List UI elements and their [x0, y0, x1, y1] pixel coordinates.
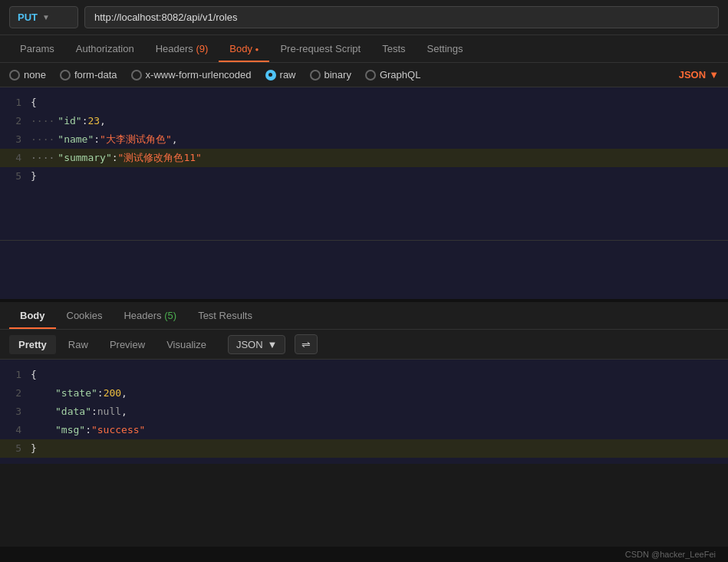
- response-tab-cookies[interactable]: Cookies: [56, 302, 114, 329]
- response-tab-headers[interactable]: Headers (5): [113, 302, 187, 329]
- response-line-3: 3 "data": null,: [0, 403, 728, 421]
- tab-pre-request-script[interactable]: Pre-request Script: [269, 35, 371, 62]
- radio-raw[interactable]: raw: [265, 69, 296, 81]
- tab-headers[interactable]: Headers (9): [145, 35, 219, 62]
- response-tab-body[interactable]: Body: [9, 302, 56, 329]
- response-tab-test-results[interactable]: Test Results: [187, 302, 263, 329]
- word-wrap-button[interactable]: ⇌: [295, 334, 318, 354]
- radio-none-circle: [9, 70, 20, 81]
- code-line-3: 3 ···· "name": "大李测试角色",: [0, 130, 728, 149]
- response-line-5: 5 }: [0, 439, 728, 458]
- format-tab-visualize[interactable]: Visualize: [157, 335, 216, 354]
- code-line-5: 5 }: [0, 167, 728, 186]
- radio-graphql[interactable]: GraphQL: [365, 69, 420, 81]
- radio-form-data-circle: [60, 70, 71, 81]
- radio-form-data[interactable]: form-data: [60, 69, 117, 81]
- request-tabs: Params Authorization Headers (9) Body ● …: [0, 35, 728, 63]
- response-line-1: 1 {: [0, 366, 728, 384]
- footer: CSDN @hacker_LeeFei: [0, 547, 728, 562]
- request-body-editor[interactable]: 1 { 2 ···· "id": 23, 3 ···· "name": "大李测…: [0, 87, 728, 241]
- editor-spacer: [0, 241, 728, 302]
- radio-raw-circle: [265, 70, 276, 81]
- response-body-editor: 1 { 2 "state": 200, 3 "data": null, 4 "m…: [0, 360, 728, 464]
- chevron-down-icon: ▼: [709, 69, 719, 81]
- radio-none[interactable]: none: [9, 69, 46, 81]
- tab-settings[interactable]: Settings: [417, 35, 474, 62]
- radio-urlencoded-circle: [131, 70, 142, 81]
- radio-binary[interactable]: binary: [310, 69, 351, 81]
- code-line-1: 1 {: [0, 94, 728, 112]
- format-tab-pretty[interactable]: Pretty: [9, 335, 56, 354]
- tab-body[interactable]: Body ●: [219, 35, 269, 62]
- chevron-down-icon: ▼: [42, 13, 50, 21]
- response-tabs: Body Cookies Headers (5) Test Results: [0, 302, 728, 330]
- body-type-row: none form-data x-www-form-urlencoded raw…: [0, 63, 728, 87]
- url-bar: PUT ▼: [0, 0, 728, 35]
- format-tabs: Pretty Raw Preview Visualize JSON ▼ ⇌: [0, 330, 728, 360]
- radio-graphql-circle: [365, 70, 376, 81]
- tab-params[interactable]: Params: [9, 35, 65, 62]
- chevron-down-icon: ▼: [268, 339, 278, 350]
- format-tab-preview[interactable]: Preview: [100, 335, 154, 354]
- format-tab-raw[interactable]: Raw: [59, 335, 97, 354]
- response-line-4: 4 "msg": "success": [0, 421, 728, 439]
- code-line-4: 4 ···· "summary": "测试修改角色11": [0, 149, 728, 167]
- radio-urlencoded[interactable]: x-www-form-urlencoded: [131, 69, 252, 81]
- code-line-2: 2 ···· "id": 23,: [0, 112, 728, 130]
- tab-tests[interactable]: Tests: [371, 35, 416, 62]
- method-label: PUT: [18, 12, 38, 23]
- response-format-selector[interactable]: JSON ▼: [228, 335, 286, 354]
- json-type-selector[interactable]: JSON ▼: [679, 69, 719, 81]
- tab-authorization[interactable]: Authorization: [65, 35, 145, 62]
- radio-binary-circle: [310, 70, 321, 81]
- url-input[interactable]: [84, 6, 719, 28]
- response-line-2: 2 "state": 200,: [0, 384, 728, 403]
- method-selector[interactable]: PUT ▼: [9, 6, 78, 28]
